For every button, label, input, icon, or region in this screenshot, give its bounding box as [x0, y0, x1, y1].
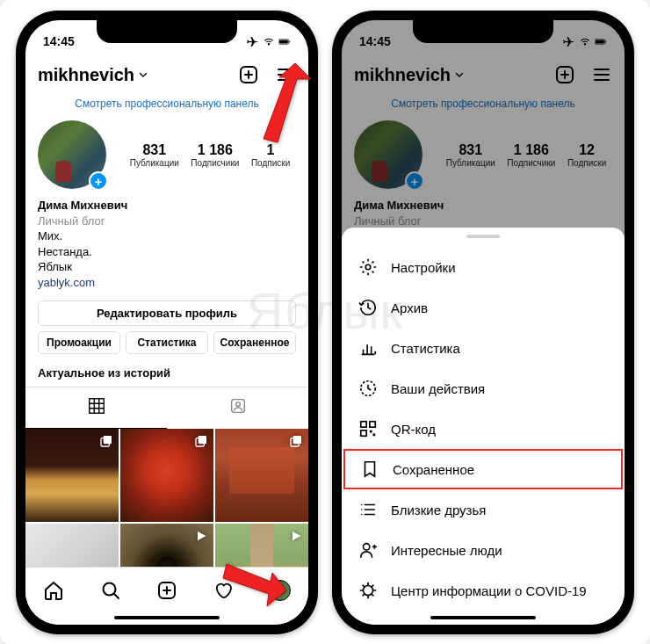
- svg-rect-24: [370, 422, 375, 427]
- svg-marker-16: [223, 564, 286, 606]
- svg-point-21: [365, 264, 371, 270]
- wifi-icon: [263, 37, 275, 47]
- edit-profile-button[interactable]: Редактировать профиль: [38, 300, 296, 326]
- annotation-arrow-top: [253, 62, 314, 153]
- chart-icon: [358, 338, 379, 358]
- nav-create[interactable]: [155, 580, 178, 601]
- svg-rect-11: [293, 436, 301, 444]
- menu-stats[interactable]: Статистика: [342, 328, 625, 368]
- menu-label: Центр информации о COVID-19: [391, 583, 587, 598]
- stat-posts-value: 831: [130, 142, 179, 158]
- svg-marker-15: [264, 63, 311, 142]
- menu-label: Архив: [391, 300, 428, 315]
- person-plus-icon: [358, 540, 379, 560]
- menu-sheet: Настройки Архив Статистика Ваши действия…: [342, 228, 625, 625]
- archive-icon: [358, 298, 379, 317]
- carousel-icon: [194, 434, 208, 452]
- menu-label: Близкие друзья: [391, 503, 486, 517]
- gear-icon: [358, 257, 379, 277]
- tab-tagged[interactable]: [167, 387, 308, 429]
- home-indicator: [430, 616, 536, 619]
- menu-settings[interactable]: Настройки: [342, 247, 625, 287]
- video-icon: [194, 529, 208, 546]
- menu-discover[interactable]: Интересные люди: [342, 530, 625, 570]
- stat-followers-label: Подписчики: [191, 158, 239, 168]
- phone-frame-right: 14:45 mikhnevich: [332, 11, 634, 634]
- clock-icon: [358, 379, 379, 398]
- menu-saved[interactable]: Сохраненное: [343, 449, 623, 489]
- bio-section: Дима Михневич Личный блог Мих. Нестанда.…: [25, 192, 308, 292]
- bio-category: Личный блог: [38, 213, 296, 229]
- carousel-icon: [289, 434, 303, 452]
- tab-grid[interactable]: [25, 387, 167, 429]
- svg-rect-25: [361, 431, 366, 436]
- nav-search[interactable]: [99, 580, 122, 601]
- menu-archive[interactable]: Архив: [342, 287, 625, 328]
- bio-line2: Нестанда.: [38, 244, 296, 260]
- bio-website[interactable]: yablyk.com: [38, 275, 296, 291]
- highlights-title: Актуальное из историй: [25, 363, 308, 387]
- carousel-icon: [99, 434, 113, 452]
- status-icons: [247, 37, 291, 47]
- chevron-down-icon: [137, 69, 149, 81]
- menu-label: Интересные люди: [391, 543, 502, 558]
- bookmark-icon: [359, 459, 380, 479]
- tagged-icon: [228, 396, 248, 416]
- virus-icon: [358, 581, 379, 600]
- sheet-handle[interactable]: [466, 235, 500, 238]
- svg-rect-23: [361, 422, 366, 427]
- svg-rect-1: [279, 40, 288, 43]
- menu-label: Настройки: [391, 260, 456, 275]
- svg-rect-7: [104, 436, 112, 444]
- username-dropdown[interactable]: mikhnevich: [38, 65, 149, 85]
- bio-line1: Мих.: [38, 228, 296, 244]
- menu-activity[interactable]: Ваши действия: [342, 368, 625, 409]
- screen-right: 14:45 mikhnevich: [342, 20, 625, 625]
- menu-label: Ваши действия: [391, 381, 485, 396]
- svg-rect-4: [89, 399, 104, 414]
- svg-rect-9: [199, 436, 206, 444]
- stat-following-label: Подписки: [251, 158, 290, 168]
- post-thumbnail[interactable]: [215, 429, 308, 522]
- stat-followers[interactable]: 1 186 Подписчики: [191, 142, 239, 168]
- bio-line3: Яблык: [38, 259, 296, 275]
- home-icon: [43, 580, 64, 601]
- plus-square-icon: [156, 580, 177, 601]
- username-text: mikhnevich: [38, 65, 134, 85]
- menu-label: Статистика: [391, 341, 460, 356]
- search-icon: [100, 580, 121, 601]
- add-story-badge[interactable]: +: [89, 171, 108, 191]
- notch: [97, 20, 237, 43]
- grid-icon: [87, 396, 106, 416]
- promo-button[interactable]: Промоакции: [38, 331, 120, 354]
- stat-followers-value: 1 186: [191, 142, 239, 158]
- battery-icon: [278, 37, 291, 47]
- menu-qr[interactable]: QR-код: [342, 409, 625, 449]
- svg-rect-2: [289, 40, 290, 42]
- video-icon: [289, 529, 303, 546]
- stat-posts-label: Публикации: [130, 158, 179, 168]
- profile-tabs: [25, 387, 308, 429]
- menu-label: Сохраненное: [393, 462, 474, 477]
- post-thumbnail[interactable]: [25, 429, 119, 522]
- annotation-arrow-bottom: [218, 552, 297, 617]
- post-thumbnail[interactable]: [120, 429, 213, 522]
- stats-button[interactable]: Статистика: [126, 331, 208, 354]
- notch: [413, 20, 553, 43]
- status-time: 14:45: [43, 34, 75, 48]
- dim-overlay[interactable]: [342, 20, 625, 246]
- qr-icon: [358, 419, 379, 438]
- menu-label: QR-код: [391, 422, 436, 437]
- saved-button[interactable]: Сохраненное: [213, 331, 296, 354]
- airplane-icon: [247, 37, 259, 47]
- bio-name: Дима Михневич: [38, 198, 296, 213]
- menu-covid[interactable]: Центр информации о COVID-19: [342, 570, 625, 611]
- stat-posts[interactable]: 831 Публикации: [130, 142, 179, 168]
- home-indicator: [114, 616, 220, 619]
- menu-close-friends[interactable]: Близкие друзья: [342, 489, 625, 530]
- svg-point-6: [235, 402, 240, 407]
- svg-point-26: [364, 544, 370, 550]
- list-icon: [358, 500, 379, 519]
- avatar-wrap[interactable]: +: [38, 120, 106, 189]
- nav-home[interactable]: [42, 580, 65, 601]
